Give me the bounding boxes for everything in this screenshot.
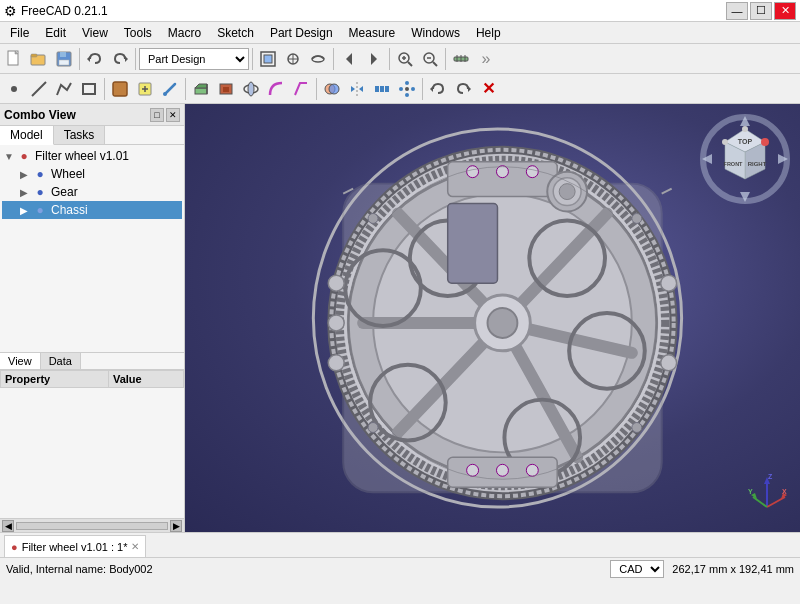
expand-chassi[interactable]: ▶ — [20, 205, 32, 216]
tab-tasks[interactable]: Tasks — [54, 126, 106, 144]
point-button[interactable] — [2, 77, 26, 101]
workbench-dropdown[interactable]: Part Design Sketcher Part — [139, 48, 249, 70]
svg-marker-15 — [346, 53, 352, 65]
polyline-button[interactable] — [52, 77, 76, 101]
expand-wheel[interactable]: ▶ — [20, 169, 32, 180]
undo-t2-button[interactable] — [426, 77, 450, 101]
scroll-left-arrow[interactable]: ◀ — [2, 520, 14, 532]
pocket-button[interactable] — [214, 77, 238, 101]
line-button[interactable] — [27, 77, 51, 101]
minimize-button[interactable]: — — [726, 2, 748, 20]
combo-float-button[interactable]: □ — [150, 108, 164, 122]
menu-macro[interactable]: Macro — [160, 24, 209, 42]
boolean-button[interactable] — [320, 77, 344, 101]
tree-item-wheel[interactable]: ▶ ● Wheel — [2, 165, 182, 183]
tab-model[interactable]: Model — [0, 126, 54, 145]
fillet-button[interactable] — [264, 77, 288, 101]
titlebar-controls: — ☐ ✕ — [726, 2, 796, 20]
menu-file[interactable]: File — [2, 24, 37, 42]
new-sketch-button[interactable] — [133, 77, 157, 101]
sep-t2-1 — [104, 78, 105, 100]
viewport[interactable]: TOP RIGHT FRONT Z X Y — [185, 104, 800, 532]
doc-tab-label: Filter wheel v1.01 : 1* — [22, 541, 128, 553]
cad-dropdown[interactable]: CAD — [610, 560, 664, 578]
menu-tools[interactable]: Tools — [116, 24, 160, 42]
nav-right-button[interactable] — [362, 47, 386, 71]
zoom-out-button[interactable] — [418, 47, 442, 71]
svg-point-104 — [632, 423, 642, 433]
properties-table: Property Value — [0, 370, 184, 518]
doc-tab-icon: ● — [11, 541, 18, 553]
body-button[interactable] — [108, 77, 132, 101]
linear-pattern-button[interactable] — [370, 77, 394, 101]
doc-tab-filterweel[interactable]: ● Filter wheel v1.01 : 1* ✕ — [4, 535, 146, 557]
measure-button[interactable] — [449, 47, 473, 71]
svg-point-82 — [467, 166, 479, 178]
document-tabs: ● Filter wheel v1.01 : 1* ✕ — [0, 532, 800, 557]
svg-point-90 — [328, 355, 344, 371]
tree-area: ▼ ● Filter wheel v1.01 ▶ ● Wheel ▶ ● Gea… — [0, 145, 184, 352]
attach-button[interactable] — [158, 77, 182, 101]
redo-button[interactable] — [108, 47, 132, 71]
svg-rect-5 — [60, 52, 66, 57]
tree-item-chassi[interactable]: ▶ ● Chassi — [2, 201, 182, 219]
tree-icon-wheel: ● — [32, 166, 48, 182]
view-rotate-button[interactable] — [306, 47, 330, 71]
menu-view[interactable]: View — [74, 24, 116, 42]
rectangle-button[interactable] — [77, 77, 101, 101]
menu-sketch[interactable]: Sketch — [209, 24, 262, 42]
expand-gear[interactable]: ▶ — [20, 187, 32, 198]
svg-text:Z: Z — [768, 473, 773, 480]
svg-point-35 — [163, 92, 167, 96]
props-tab-data[interactable]: Data — [41, 353, 81, 369]
combo-header-controls: □ ✕ — [150, 108, 180, 122]
chamfer-button[interactable] — [289, 77, 313, 101]
pad-button[interactable] — [189, 77, 213, 101]
redo-t2-button[interactable] — [451, 77, 475, 101]
svg-line-100 — [662, 189, 672, 194]
maximize-button[interactable]: ☐ — [750, 2, 772, 20]
sep1 — [79, 48, 80, 70]
undo-button[interactable] — [83, 47, 107, 71]
doc-tab-close-button[interactable]: ✕ — [131, 541, 139, 552]
menu-help[interactable]: Help — [468, 24, 509, 42]
props-scrollbar-h[interactable]: ◀ ▶ — [0, 518, 184, 532]
svg-point-89 — [328, 275, 344, 291]
combo-view-header: Combo View □ ✕ — [0, 104, 184, 126]
zoom-in-button[interactable] — [393, 47, 417, 71]
nav-left-button[interactable] — [337, 47, 361, 71]
fit-all-button[interactable] — [256, 47, 280, 71]
svg-rect-97 — [448, 204, 498, 284]
statusbar-right: CAD 262,17 mm x 192,41 mm — [610, 560, 794, 578]
tree-item-gear[interactable]: ▶ ● Gear — [2, 183, 182, 201]
expand-root[interactable]: ▼ — [4, 151, 16, 162]
combo-close-button[interactable]: ✕ — [166, 108, 180, 122]
tree-label-root: Filter wheel v1.01 — [35, 149, 129, 163]
more-button[interactable]: » — [474, 47, 498, 71]
sep-t2-2 — [185, 78, 186, 100]
revolution-button[interactable] — [239, 77, 263, 101]
svg-point-88 — [526, 464, 538, 476]
sep-t2-3 — [316, 78, 317, 100]
new-file-button[interactable] — [2, 47, 26, 71]
navigation-cube[interactable]: TOP RIGHT FRONT — [700, 114, 790, 204]
svg-point-92 — [661, 275, 677, 291]
menu-partdesign[interactable]: Part Design — [262, 24, 341, 42]
svg-point-51 — [405, 87, 409, 91]
open-file-button[interactable] — [27, 47, 51, 71]
svg-rect-10 — [264, 55, 272, 63]
props-tab-view[interactable]: View — [0, 353, 41, 369]
mirrored-button[interactable] — [345, 77, 369, 101]
svg-rect-48 — [375, 86, 379, 92]
menu-measure[interactable]: Measure — [341, 24, 404, 42]
polar-pattern-button[interactable] — [395, 77, 419, 101]
menu-edit[interactable]: Edit — [37, 24, 74, 42]
close-t2-button[interactable]: ✕ — [476, 77, 500, 101]
close-button[interactable]: ✕ — [774, 2, 796, 20]
menu-windows[interactable]: Windows — [403, 24, 468, 42]
save-button[interactable] — [52, 47, 76, 71]
tree-item-root[interactable]: ▼ ● Filter wheel v1.01 — [2, 147, 182, 165]
scroll-right-arrow[interactable]: ▶ — [170, 520, 182, 532]
fit-selection-button[interactable] — [281, 47, 305, 71]
props-tabs: View Data — [0, 353, 184, 370]
